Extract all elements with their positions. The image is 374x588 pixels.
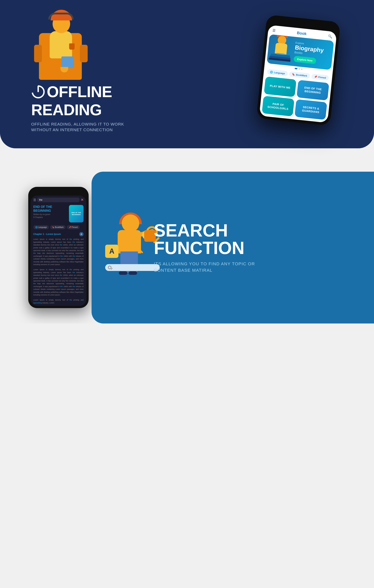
- tab2-bookmark-label: BookMark: [55, 226, 64, 228]
- sg-shoe-left: [119, 271, 127, 275]
- pin-icon: 📌: [314, 75, 317, 78]
- dot-3: [301, 69, 303, 70]
- phone2-body: ☰ the ✕ END OF THE BEGINNING Written by …: [28, 187, 89, 308]
- coffee-cup: [69, 43, 75, 50]
- person-torso: [50, 31, 72, 58]
- book-info: END OF THE BEGINNING Written by mr.green…: [33, 205, 67, 218]
- book-title-4: SECRETS & GUARDIANS: [298, 105, 324, 115]
- search-bar-decoration: [105, 264, 160, 271]
- book-cover: END OF THE BEGINNING: [69, 205, 84, 222]
- tab2-pinned-label: Pinned: [72, 226, 78, 228]
- search-text: the: [39, 199, 43, 201]
- section1-phone: ☰ Book 🔍: [261, 22, 335, 126]
- book-cover-text: END OF THE BEGINNING: [70, 212, 82, 216]
- lorem-text-2: Lorem Ipsum is simply dummy text of the …: [31, 267, 86, 298]
- tab-bookmark-label: BookMark: [296, 74, 307, 77]
- book-title-1: PLAY WITH ME: [270, 84, 291, 90]
- search-function-title: SEARCH FUNCTION: [154, 222, 255, 257]
- chapter-title: Chapter 1 - Lorem Ipsum: [33, 233, 61, 235]
- search-icon[interactable]: 🔍: [328, 34, 332, 39]
- phone2-notch: [48, 189, 69, 195]
- banner-character: [270, 39, 294, 62]
- phone2-search-box[interactable]: the: [37, 198, 79, 202]
- section-gap: [0, 160, 374, 172]
- phone1-title: Book: [297, 31, 307, 36]
- bookmark-icon2: 🔖: [52, 226, 54, 228]
- chapter-header-row: Chapter 1 - Lorem Ipsum ⚙: [31, 231, 86, 237]
- book-detail-title: END OF THE BEGINNING: [33, 205, 67, 212]
- lorem-text-3: Lorem Ipsum is simply dummy text of the …: [31, 298, 86, 306]
- tab-pinned[interactable]: 📌 Pinned: [311, 74, 329, 81]
- section2: ☰ the ✕ END OF THE BEGINNING Written by …: [0, 172, 374, 324]
- tab-pinned-label: Pinned: [318, 76, 326, 79]
- tab-language-label: Language: [274, 71, 285, 75]
- title-line2: READING: [31, 102, 125, 118]
- letter-a-box: A: [105, 245, 118, 258]
- phone1-tilt-wrapper: ☰ Book 🔍: [256, 15, 341, 126]
- phone2-screen: ☰ the ✕ END OF THE BEGINNING Written by …: [31, 196, 86, 306]
- phone2-tab-bookmark[interactable]: 🔖 BookMark: [50, 225, 66, 229]
- search-decoration-icon: [108, 266, 111, 269]
- phone2-tab-language[interactable]: 🌐 Language: [33, 225, 49, 229]
- tab-language[interactable]: 🌐 Language: [267, 69, 288, 76]
- section2-phone-side: ☰ the ✕ END OF THE BEGINNING Written by …: [0, 172, 97, 324]
- sg-shoe-right: [129, 271, 137, 275]
- headphones: [48, 13, 74, 20]
- menu-icon[interactable]: ☰: [33, 198, 36, 202]
- phone2-tabs: 🌐 Language 🔖 BookMark 📌 Pinned: [31, 224, 86, 231]
- chair-arm-left: [34, 45, 42, 62]
- language-icon2: 🌐: [35, 226, 38, 228]
- chair-arm-right: [80, 45, 88, 62]
- title-line1: OFFLINE: [47, 84, 112, 100]
- books-grid: PLAY WITH ME END OF THE BEGINNING PAIR O…: [259, 75, 332, 123]
- search-subtitle: ITS ALLOWING YOU TO FIND ANY TOPIC OR CO…: [154, 261, 255, 273]
- book-author: Written by mr.green: [33, 213, 67, 215]
- book-card-2[interactable]: END OF THE BEGINNING: [297, 80, 329, 101]
- language-icon: 🌐: [270, 71, 273, 74]
- settings-button[interactable]: ⚙: [79, 232, 84, 236]
- power-icon: [31, 85, 45, 99]
- offline-reading-title: OFFLINE READING: [31, 84, 125, 118]
- person-legs: [61, 56, 74, 68]
- book-card-1[interactable]: PLAY WITH ME: [264, 76, 297, 97]
- section1-left: OFFLINE READING OFFLINE READING, ALLOWIN…: [31, 16, 125, 133]
- book-title-2: END OF THE BEGINNING: [300, 85, 326, 95]
- banner-content: Explore Biography Books Explore Now: [292, 41, 330, 65]
- phone2-header: ☰ the ✕: [31, 196, 86, 203]
- book-card-4[interactable]: SECRETS & GUARDIANS: [295, 99, 327, 120]
- title-function: FUNCTION: [154, 239, 255, 257]
- lorem-text-1: Lorem Ipsum is simply dummy text of the …: [31, 237, 86, 267]
- tab-bookmark[interactable]: 🔖 BookMark: [289, 72, 310, 79]
- book-title-3: PAIR OF SCHOOLGIRLS: [265, 101, 291, 111]
- dot-2: [298, 68, 300, 70]
- close-icon[interactable]: ✕: [81, 198, 84, 202]
- tab2-language-label: Language: [38, 226, 47, 228]
- section1: OFFLINE READING OFFLINE READING, ALLOWIN…: [0, 0, 374, 148]
- title-search: SEARCH: [154, 222, 255, 239]
- search-function-text: SEARCH FUNCTION ITS ALLOWING YOU TO FIND…: [154, 222, 255, 273]
- character1-illustration: [31, 16, 101, 80]
- explore-now-button[interactable]: Explore Now: [293, 56, 316, 64]
- book-chapters: 9 Chapters: [33, 216, 67, 218]
- page-wrapper: OFFLINE READING OFFLINE READING, ALLOWIN…: [0, 0, 374, 324]
- offline-subtitle: OFFLINE READING, ALLOWING IT TO WORK WIT…: [31, 121, 125, 133]
- dot-1: [295, 68, 298, 69]
- phone2-book-header: END OF THE BEGINNING Written by mr.green…: [31, 203, 86, 224]
- phone1-body: ☰ Book 🔍: [256, 15, 341, 126]
- phone1-screen: ☰ Book 🔍: [259, 25, 337, 123]
- pin-icon2: 📌: [69, 226, 71, 228]
- bookmark-icon: 🔖: [292, 73, 295, 76]
- magnifier-svg: [131, 241, 143, 253]
- phone2-tab-pinned[interactable]: 📌 Pinned: [67, 225, 80, 229]
- svg-line-3: [139, 249, 142, 252]
- section2-content-side: A SEARCH FUNCTION: [92, 172, 374, 324]
- book-card-3[interactable]: PAIR OF SCHOOLGIRLS: [262, 96, 295, 116]
- sg-head: [122, 214, 139, 232]
- hamburger-icon[interactable]: ☰: [272, 28, 276, 33]
